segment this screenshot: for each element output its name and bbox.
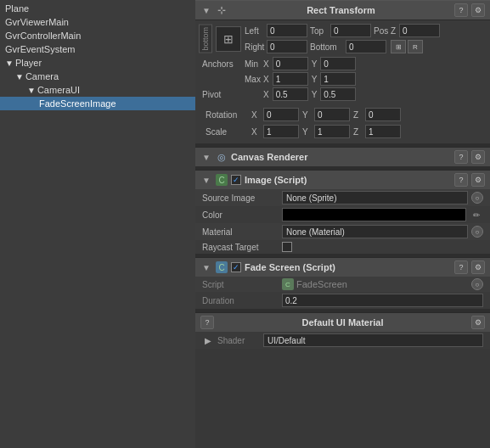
max-label: Max bbox=[245, 75, 256, 84]
anchor-btn-grid[interactable]: ⊞ bbox=[391, 40, 406, 53]
top-label: Top bbox=[310, 26, 329, 36]
canvas-renderer-question-btn[interactable]: ? bbox=[454, 150, 468, 164]
fade-screen-checkbox[interactable] bbox=[231, 262, 241, 272]
hierarchy-item-player[interactable]: ▼Player bbox=[0, 56, 195, 70]
pivot-y-label: Y bbox=[312, 90, 318, 99]
scale-x-input[interactable] bbox=[263, 125, 299, 138]
canvas-renderer-icon: ◎ bbox=[216, 151, 228, 163]
material-question-btn[interactable]: ? bbox=[200, 316, 214, 329]
default-material-section: ? Default UI Material ⚙ ▶ Shader UI/Defa… bbox=[195, 312, 490, 349]
hierarchy-item-camera[interactable]: ▼Camera bbox=[0, 70, 195, 83]
right-field: Right bbox=[245, 40, 307, 53]
material-label: Material bbox=[202, 227, 279, 237]
pivot-label: Pivot bbox=[202, 90, 241, 99]
source-image-picker-btn[interactable]: ○ bbox=[471, 192, 483, 204]
script-file-icon: C bbox=[282, 278, 294, 290]
hierarchy-item-gvrviewermain[interactable]: GvrViewerMain bbox=[0, 15, 195, 29]
color-row: Color ✏ bbox=[195, 206, 490, 223]
bottom-label: Bottom bbox=[310, 42, 344, 52]
top-input[interactable] bbox=[330, 24, 371, 37]
posz-input[interactable] bbox=[399, 24, 440, 37]
source-image-label: Source Image bbox=[202, 193, 279, 203]
max-y-input[interactable] bbox=[320, 72, 356, 86]
right-input[interactable] bbox=[267, 40, 307, 53]
image-script-header[interactable]: ▼ C Image (Script) ? ⚙ bbox=[195, 171, 490, 189]
anchors-label: Anchors bbox=[202, 59, 241, 69]
fade-screen-question-btn[interactable]: ? bbox=[454, 260, 468, 274]
shader-value: UI/Default bbox=[263, 333, 483, 347]
scale-z-label: Z bbox=[353, 127, 362, 137]
fade-screen-settings-btn[interactable]: ⚙ bbox=[471, 260, 485, 274]
bottom-input[interactable] bbox=[346, 40, 386, 53]
hierarchy-item-cameraui[interactable]: ▼CameraUI bbox=[0, 83, 195, 97]
player-label: Player bbox=[15, 58, 42, 68]
fadescreenimage-label: FadeScreenImage bbox=[39, 98, 116, 109]
rect-transform-collapse-arrow[interactable]: ▼ bbox=[200, 4, 212, 16]
color-swatch[interactable] bbox=[282, 208, 466, 221]
plane-label: Plane bbox=[5, 3, 29, 14]
rect-transform-settings-btn[interactable]: ⚙ bbox=[471, 3, 485, 17]
image-script-arrow: ▼ bbox=[200, 174, 212, 186]
scale-y-label: Y bbox=[302, 127, 311, 137]
image-script-question-btn[interactable]: ? bbox=[454, 173, 468, 187]
rect-transform-question-btn[interactable]: ? bbox=[454, 3, 468, 17]
posz-field: Pos Z bbox=[374, 24, 440, 37]
canvas-renderer-settings-btn[interactable]: ⚙ bbox=[471, 150, 485, 164]
material-settings-btn[interactable]: ⚙ bbox=[471, 316, 485, 329]
rotation-x-input[interactable] bbox=[263, 108, 299, 121]
rot-z-label: Z bbox=[353, 110, 362, 120]
default-material-title: Default UI Material bbox=[217, 317, 468, 328]
duration-input[interactable] bbox=[282, 294, 483, 307]
min-y-input[interactable] bbox=[320, 57, 356, 70]
scale-row: Scale X Y Z bbox=[199, 123, 485, 140]
bottom-field: Bottom bbox=[310, 40, 386, 53]
duration-label: Duration bbox=[202, 296, 279, 305]
source-image-row: Source Image None (Sprite) ○ bbox=[195, 189, 490, 206]
top-field: Top bbox=[310, 24, 371, 37]
image-script-icon: C bbox=[216, 174, 228, 186]
image-script-checkbox[interactable] bbox=[231, 175, 241, 185]
image-script-settings-btn[interactable]: ⚙ bbox=[471, 173, 485, 187]
rotation-z-input[interactable] bbox=[365, 108, 401, 121]
raycast-checkbox[interactable] bbox=[282, 242, 292, 252]
rotation-y-input[interactable] bbox=[314, 108, 350, 121]
shader-name: UI/Default bbox=[268, 336, 305, 345]
color-pencil-btn[interactable]: ✏ bbox=[470, 208, 483, 221]
scale-y-input[interactable] bbox=[314, 125, 350, 138]
color-label: Color bbox=[202, 210, 279, 220]
script-picker-btn[interactable]: ○ bbox=[471, 278, 483, 290]
min-y-label: Y bbox=[312, 59, 318, 69]
pivot-x-label: X bbox=[263, 90, 269, 99]
anchor-visual[interactable]: ⊞ bbox=[216, 26, 241, 52]
max-y-label: Y bbox=[312, 75, 318, 84]
gvrviewermain-label: GvrViewerMain bbox=[5, 17, 69, 27]
material-picker-btn[interactable]: ○ bbox=[471, 226, 483, 238]
hierarchy-item-plane[interactable]: Plane bbox=[0, 2, 195, 15]
rect-transform-title: Rect Transform bbox=[231, 5, 451, 15]
r-button[interactable]: R bbox=[408, 40, 423, 53]
scale-z-input[interactable] bbox=[365, 125, 401, 138]
fade-screen-icon: C bbox=[216, 261, 228, 273]
pivot-y-input[interactable] bbox=[320, 87, 356, 101]
canvas-renderer-header[interactable]: ▼ ◎ Canvas Renderer ? ⚙ bbox=[195, 148, 490, 166]
posz-label: Pos Z bbox=[374, 26, 397, 36]
hierarchy-item-geventsystem[interactable]: GvrEventSystem bbox=[0, 42, 195, 56]
min-x-input[interactable] bbox=[273, 57, 308, 70]
bottom-side-label: bottom bbox=[199, 25, 212, 53]
hierarchy-item-fadescreenimage[interactable]: FadeScreenImage bbox=[0, 97, 195, 110]
left-input[interactable] bbox=[267, 24, 307, 37]
hierarchy-item-gvrcontrollermain[interactable]: GvrControllerMain bbox=[0, 29, 195, 42]
fade-screen-header[interactable]: ▼ C Fade Screen (Script) ? ⚙ bbox=[195, 258, 490, 277]
anchors-block: Anchors Min X Y Max X Y Pivot X Y bbox=[199, 57, 485, 101]
fade-screen-title: Fade Screen (Script) bbox=[245, 262, 451, 272]
scale-label: Scale bbox=[206, 127, 248, 137]
gvrcontrollermain-label: GvrControllerMain bbox=[5, 31, 81, 41]
canvas-renderer-arrow: ▼ bbox=[200, 151, 212, 163]
cameraui-arrow: ▼ bbox=[27, 86, 36, 95]
script-row: Script C FadeScreen ○ bbox=[195, 277, 490, 292]
canvas-renderer-section: ▼ ◎ Canvas Renderer ? ⚙ bbox=[195, 147, 490, 166]
fade-screen-section: ▼ C Fade Screen (Script) ? ⚙ Script C Fa… bbox=[195, 257, 490, 309]
shader-expand-arrow[interactable]: ▶ bbox=[202, 334, 214, 346]
max-x-input[interactable] bbox=[273, 72, 308, 86]
pivot-x-input[interactable] bbox=[273, 87, 308, 101]
